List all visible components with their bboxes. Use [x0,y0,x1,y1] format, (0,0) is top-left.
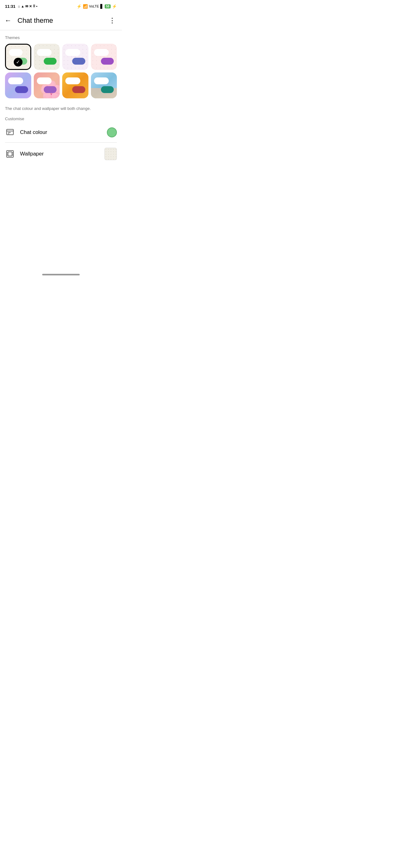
selected-checkmark: ✓ [14,58,23,66]
notification-icon: ⌂ [18,4,20,8]
theme-card-6-inner [34,72,60,99]
bluetooth-icon: ⚡ [77,4,82,9]
sent-bubble-5 [15,86,28,93]
received-bubble-1 [9,49,23,56]
theme-card-5-inner [5,72,31,99]
back-button[interactable]: ← [1,14,15,28]
time-display: 11:31 [5,4,15,9]
themes-section-label: Themes [0,35,122,40]
sent-bubble-7 [72,86,85,93]
charging-icon: ⚡ [112,4,117,9]
received-bubble-5 [8,78,23,84]
chat-colour-label: Chat colour [20,129,102,135]
received-bubble-7 [65,78,80,84]
wallpaper-label: Wallpaper [20,151,100,157]
theme-card-8-inner [91,72,117,99]
theme-card-4[interactable] [91,44,117,70]
received-bubble-2 [37,49,52,56]
theme-card-8[interactable] [91,72,117,99]
wallpaper-icon [5,149,15,159]
header-left: ← Chat theme [1,14,53,28]
header-divider [0,30,122,30]
theme-card-6[interactable]: 🌸 [34,72,60,99]
bars-icon: ▋ [100,4,104,9]
header: ← Chat theme ⋮ [0,11,122,30]
theme-card-4-inner [91,44,117,70]
svg-rect-4 [6,151,13,157]
status-time: 11:31 ⌂ ▲ ✉ ✕ ⠿ • [5,4,37,9]
home-indicator [42,274,80,275]
status-icons: ⌂ ▲ ✉ ✕ ⠿ • [18,4,37,8]
wifi-icon: 📶 [83,4,88,9]
chat-icon: ✉ [25,4,28,8]
theme-card-7[interactable] [62,72,88,99]
bottom-bar [0,271,122,280]
received-bubble-6 [37,78,52,84]
wallpaper-row[interactable]: Wallpaper [0,143,122,165]
info-text: The chat colour and wallpaper will both … [0,103,122,117]
theme-card-1-inner: ✓ [6,45,30,69]
back-arrow-icon: ← [5,17,11,25]
dots-status-icon: ⠿ [33,4,35,8]
chat-colour-indicator [107,127,117,137]
wallpaper-preview [104,148,117,160]
signal-icon: VoLTE [89,4,99,8]
wallpaper-svg [6,150,14,158]
theme-card-2[interactable] [34,44,60,70]
themes-grid: ✓ 🌸 [0,44,122,98]
theme-card-3[interactable] [62,44,88,70]
theme-card-1[interactable]: ✓ [5,44,31,70]
sent-bubble-6 [44,86,57,93]
sent-bubble-8 [101,86,114,93]
chat-colour-svg [6,128,14,136]
page-title: Chat theme [18,17,53,25]
map-icon: ▲ [21,4,24,8]
received-bubble-8 [94,78,109,84]
bottom-spacer [0,165,122,259]
theme-card-5[interactable] [5,72,31,99]
more-options-button[interactable]: ⋮ [106,14,118,27]
sent-bubble-4 [101,58,114,65]
battery-indicator: 58 [105,4,111,8]
svg-rect-0 [6,129,13,134]
customise-section-label: Customise [0,117,122,121]
more-options-icon: ⋮ [109,17,115,25]
status-bar: 11:31 ⌂ ▲ ✉ ✕ ⠿ • ⚡ 📶 VoLTE ▋ 58 ⚡ [0,0,122,11]
theme-card-3-inner [62,44,88,70]
svg-rect-5 [8,152,12,156]
received-bubble-4 [94,49,109,56]
status-right-icons: ⚡ 📶 VoLTE ▋ 58 ⚡ [77,4,117,9]
chat-colour-icon [5,127,15,137]
theme-card-7-inner [62,72,88,99]
sent-bubble-3 [72,58,85,65]
received-bubble-3 [65,49,80,56]
theme-card-2-inner [34,44,60,70]
x-icon: ✕ [29,4,32,8]
dot-icon: • [36,4,37,8]
sent-bubble-2 [44,58,57,65]
chat-colour-row[interactable]: Chat colour [0,122,122,143]
